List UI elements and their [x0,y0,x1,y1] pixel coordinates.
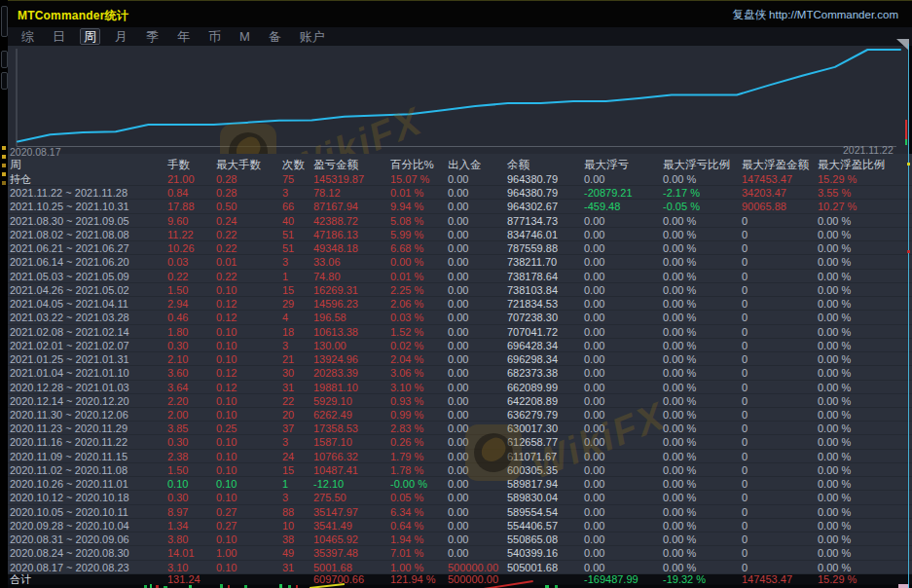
window-right-border [908,44,909,588]
cell-deposit: 0.00 [448,353,468,366]
table-row[interactable]: 2020.08.17 ~ 2020.08.233.100.10315001.68… [8,561,912,574]
table-row[interactable]: 2020.10.26 ~ 2020.11.010.100.101-12.10-0… [8,477,912,491]
cell-max-float-loss-pct: -0.05 % [663,201,700,213]
table-row[interactable]: 2021.02.08 ~ 2021.02.141.800.101810613.3… [8,325,912,339]
cell-max-float-loss: 0.00 [584,382,604,394]
background-taskbar-button[interactable] [1,72,8,90]
cell-lots: 2.20 [167,395,188,408]
table-row[interactable]: 2020.11.02 ~ 2020.11.081.500.101510487.4… [8,463,912,477]
cell-max-lots: 0.12 [216,367,237,380]
table-row[interactable]: 2020.11.09 ~ 2020.11.152.380.102410766.3… [8,450,912,463]
cell-max-float-profit-pct: 0.00 % [818,256,851,269]
cell-count: 88 [282,506,294,519]
cell-deposit: 0.00 [448,451,468,463]
table-row[interactable]: 2021.08.30 ~ 2021.09.059.600.244042388.7… [8,214,912,228]
cell-max-float-loss-pct: 0.00 % [663,229,696,241]
background-taskbar-button[interactable] [1,51,8,68]
table-row[interactable]: 2020.11.30 ~ 2020.12.062.000.10206262.49… [8,408,912,422]
cell-count: 20 [282,409,294,422]
cell-max-lots: 0.10 [216,284,237,297]
table-row[interactable]: 2021.11.22 ~ 2021.11.280.840.28378.120.0… [8,186,912,200]
cell-deposit: 0.00 [448,326,468,339]
cell-max-float-loss: 0.00 [584,409,604,422]
table-row[interactable]: 2021.06.21 ~ 2021.06.2710.260.225149348.… [8,241,912,255]
cell-max-float-profit-pct: 0.00 % [818,242,851,255]
cell-max-lots: 0.27 [216,506,237,519]
cell-max-float-loss: 0.00 [584,547,604,560]
table-row[interactable]: 2021.01.25 ~ 2021.01.312.100.102113924.9… [8,352,912,366]
open-position-row[interactable]: 持仓21.000.2875145319.8715.07 %0.00964380.… [8,172,912,186]
menu-item-月[interactable]: 月 [112,29,130,44]
cell-deposit: 0.00 [448,229,468,241]
cell-deposit: 0.00 [448,340,468,352]
cell-balance: 964380.79 [507,173,558,186]
table-row[interactable]: 2020.12.14 ~ 2020.12.202.200.10225929.10… [8,394,912,408]
menu-item-日[interactable]: 日 [50,29,68,44]
cell-lots: 1.34 [167,520,188,533]
cell-max-lots: 0.10 [216,533,237,546]
cell-deposit: 0.00 [448,492,468,504]
cell-max-lots: 0.01 [216,256,237,269]
cell-count: 3 [282,436,288,449]
menu-item-备[interactable]: 备 [266,29,284,44]
cell-deposit: 0.00 [448,382,468,394]
cell-max-float-profit: 0 [742,547,748,560]
table-row[interactable]: 2021.01.04 ~ 2021.01.103.600.123020283.3… [8,366,912,380]
menu-item-年[interactable]: 年 [174,29,193,44]
cell-max-float-profit: 0 [742,382,748,394]
cell-max-float-profit: 0 [742,409,748,422]
cell-max-float-loss: 0.00 [584,367,604,380]
table-row[interactable]: 2020.12.28 ~ 2021.01.033.640.123119881.1… [8,381,912,394]
header-cell-max-float-loss-pct: 最大浮亏比例 [663,158,730,172]
menu-item-季[interactable]: 季 [143,29,162,44]
table-row[interactable]: 2020.08.31 ~ 2020.09.063.800.103810465.9… [8,533,912,546]
cell-max-float-loss: 0.00 [584,464,604,477]
cell-balance: 696298.34 [507,353,558,366]
cell-balance: 589554.54 [507,506,558,519]
bottom-chart-fragments [8,584,909,588]
table-row[interactable]: 2020.09.28 ~ 2020.10.041.340.27103541.49… [8,519,912,533]
cell-pnl: 196.58 [313,312,347,324]
table-row[interactable]: 2021.05.03 ~ 2021.05.090.220.22174.800.0… [8,270,912,283]
cell-max-lots: 0.12 [216,298,237,311]
menu-item-币[interactable]: 币 [205,29,224,44]
table-row[interactable]: 2020.08.24 ~ 2020.08.3014.011.004935397.… [8,546,912,560]
background-taskbar-button[interactable] [1,6,8,37]
cell-max-float-loss-pct: 0.00 % [663,436,696,449]
cell-max-float-loss-pct: 0.00 % [663,256,696,269]
cell-pnl: 42388.72 [313,215,358,228]
cell-pct: 15.07 % [390,173,429,186]
brand-link[interactable]: 复盘侠 http://MTCommander.com [732,8,898,22]
cell-count: 15 [282,464,294,477]
table-row[interactable]: 2021.06.14 ~ 2021.06.200.030.01333.060.0… [8,255,912,269]
table-row[interactable]: 2021.10.25 ~ 2021.10.3117.880.506687167.… [8,200,912,213]
menu-item-账户[interactable]: 账户 [297,29,328,44]
cell-max-lots: 0.27 [216,520,237,533]
cell-balance: 642208.89 [507,395,558,408]
cell-count: 24 [282,451,294,463]
table-row[interactable]: 2020.10.05 ~ 2020.10.118.970.278835147.9… [8,505,912,519]
cell-balance: 630017.30 [507,423,558,435]
cell-max-float-profit: 0 [742,340,748,352]
cell-max-float-profit-pct: 0.00 % [818,271,851,283]
cell-lots: 3.80 [167,533,188,546]
table-row[interactable]: 2020.10.12 ~ 2020.10.180.300.103275.500.… [8,491,912,504]
table-row[interactable]: 2020.11.23 ~ 2020.11.293.850.253717358.5… [8,422,912,435]
menu-item-M[interactable]: M [237,29,253,44]
table-row[interactable]: 2021.04.26 ~ 2021.05.021.500.101516269.3… [8,283,912,297]
cell-pct: 0.99 % [390,409,423,422]
header-cell-lots: 手数 [167,158,190,172]
chart-start-date-label: 2020.08.17 [10,146,61,158]
menu-item-周[interactable]: 周 [81,29,99,44]
table-row[interactable]: 2021.03.22 ~ 2021.03.280.460.124196.580.… [8,311,912,324]
cell-week: 2020.12.14 ~ 2020.12.20 [10,395,129,408]
table-row[interactable]: 2021.08.02 ~ 2021.08.0811.220.225147186.… [8,228,912,241]
table-row[interactable]: 2021.04.05 ~ 2021.04.112.940.122914596.2… [8,297,912,311]
table-row[interactable]: 2020.11.16 ~ 2020.11.220.300.1031587.100… [8,435,912,449]
cell-lots: 11.22 [167,229,194,241]
cell-pct: 3.10 % [390,382,423,394]
cell-pct: 5.99 % [390,229,423,241]
cell-pnl: 5929.10 [313,395,352,408]
menu-item-综[interactable]: 综 [18,29,37,44]
table-row[interactable]: 2021.02.01 ~ 2021.02.070.300.103130.000.… [8,339,912,352]
